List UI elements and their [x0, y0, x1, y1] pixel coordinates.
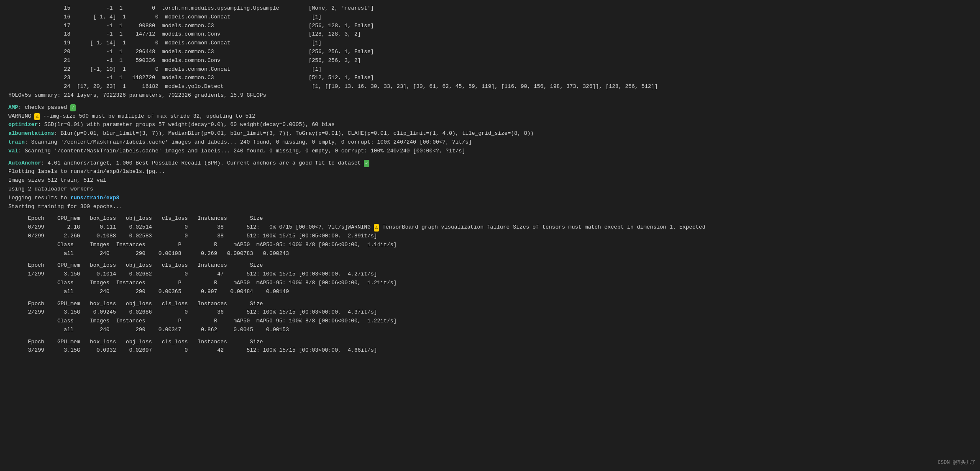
- autoanchor-label: AutoAnchor: [8, 160, 41, 166]
- model-row-18: 18 -1 1 147712 models.common.Conv [128, …: [8, 30, 972, 39]
- gap-3: [8, 211, 972, 214]
- logging-path: runs/train/exp8: [70, 195, 119, 201]
- albumentations-label: albumentations: [8, 130, 54, 136]
- epoch-row-2a: 2/299 3.15G 0.09245 0.02686 0 36 512: 10…: [8, 308, 972, 317]
- model-row-22: 22 [-1, 10] 1 0 models.common.Concat [1]: [8, 65, 972, 74]
- check-icon: ✓: [70, 104, 76, 112]
- amp-check-line: AMP: checks passed ✓: [8, 103, 972, 112]
- model-row-15: 15 -1 1 0 torch.nn.modules.upsampling.Up…: [8, 4, 972, 13]
- model-row-19: 19 [-1, 14] 1 0 models.common.Concat [1]: [8, 39, 972, 48]
- amp-label: AMP: [8, 104, 18, 111]
- dataloader-workers-line: Using 2 dataloader workers: [8, 185, 972, 194]
- model-row-23: 23 -1 1 1182720 models.common.C3 [512, 5…: [8, 74, 972, 82]
- autoanchor-check-icon: ✓: [364, 160, 369, 167]
- model-row-24: 24 [17, 20, 23] 1 16182 models.yolo.Dete…: [8, 82, 972, 91]
- epoch-row-0a: 0/299 2.1G 0.111 0.02514 0 38 512: 0% 0/…: [8, 223, 972, 232]
- class-data-0: all 240 290 0.00108 0.269 0.000783 0.000…: [8, 250, 972, 258]
- gap-5: [8, 296, 972, 300]
- warn-icon-0a: ⚠: [374, 224, 379, 232]
- model-row-21: 21 -1 1 590336 models.common.Conv [256, …: [8, 57, 972, 65]
- class-header-1: Class Images Instances P R mAP50 mAP50-9…: [8, 279, 972, 288]
- epoch-row-1a: 1/299 3.15G 0.1014 0.02682 0 47 512: 100…: [8, 270, 972, 279]
- starting-training-line: Starting training for 300 epochs...: [8, 203, 972, 211]
- terminal: 15 -1 1 0 torch.nn.modules.upsampling.Up…: [0, 0, 980, 471]
- plotting-labels-line: Plotting labels to runs/train/exp8/label…: [8, 167, 972, 176]
- gap-6: [8, 335, 972, 338]
- optimizer-line: optimizer: SGD(lr=0.01) with parameter g…: [8, 121, 972, 129]
- gap-2: [8, 156, 972, 159]
- gap-4: [8, 258, 972, 261]
- csdn-watermark: CSDN @猫头儿了: [938, 459, 976, 467]
- albumentations-line: albumentations: Blur(p=0.01, blur_limit=…: [8, 129, 972, 138]
- train-scan-line: train: Scanning '/content/MaskTrain/labe…: [8, 138, 972, 147]
- optimizer-label: optimizer: [8, 121, 38, 128]
- model-row-20: 20 -1 1 296448 models.common.C3 [256, 25…: [8, 48, 972, 57]
- model-row-16: 16 [-1, 4] 1 0 models.common.Concat [1]: [8, 13, 972, 22]
- warning-icon: ⚠: [34, 113, 40, 121]
- epoch-header-2: Epoch GPU_mem box_loss obj_loss cls_loss…: [8, 300, 972, 309]
- amp-colon: : checks passed: [18, 104, 70, 111]
- class-data-1: all 240 290 0.00365 0.907 0.00484 0.0014…: [8, 288, 972, 296]
- logging-results-line: Logging results to runs/train/exp8: [8, 194, 972, 203]
- class-header-2: Class Images Instances P R mAP50 mAP50-9…: [8, 317, 972, 326]
- epoch-row-3a: 3/299 3.15G 0.0932 0.02697 0 42 512: 100…: [8, 346, 972, 355]
- autoanchor-line: AutoAnchor: 4.01 anchors/target, 1.000 B…: [8, 159, 972, 168]
- train-label: train: [8, 139, 25, 145]
- class-header-0: Class Images Instances P R mAP50 mAP50-9…: [8, 241, 972, 250]
- epoch-header-1: Epoch GPU_mem box_loss obj_loss cls_loss…: [8, 261, 972, 270]
- val-label: val: [8, 148, 18, 154]
- image-sizes-line: Image sizes 512 train, 512 val: [8, 176, 972, 185]
- epoch-header-0: Epoch GPU_mem box_loss obj_loss cls_loss…: [8, 214, 972, 223]
- epoch-row-0b: 0/299 2.26G 0.1088 0.02583 0 38 512: 100…: [8, 232, 972, 241]
- class-data-2: all 240 290 0.00347 0.862 0.0045 0.00153: [8, 326, 972, 335]
- gap-1: [8, 100, 972, 103]
- epoch-header-3: Epoch GPU_mem box_loss obj_loss cls_loss…: [8, 338, 972, 347]
- val-scan-line: val: Scanning '/content/MaskTrain/labels…: [8, 147, 972, 156]
- warning-imgsize-line: WARNING ⚠ --img-size 500 must be multipl…: [8, 112, 972, 121]
- model-row-17: 17 -1 1 90880 models.common.C3 [256, 128…: [8, 22, 972, 31]
- model-summary: YOLOv5s summary: 214 layers, 7022326 par…: [8, 91, 972, 100]
